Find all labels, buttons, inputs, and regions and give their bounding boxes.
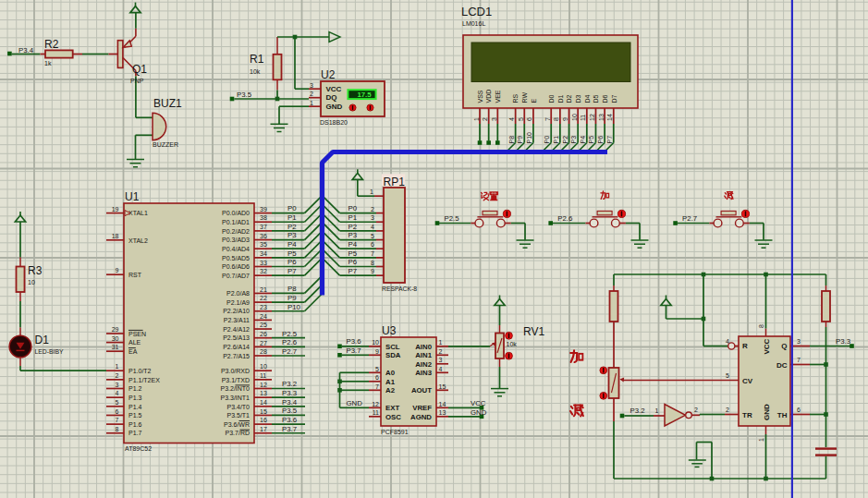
svg-text:13: 13 bbox=[260, 390, 267, 396]
svg-text:7: 7 bbox=[116, 417, 119, 423]
svg-text:U2: U2 bbox=[321, 68, 336, 81]
svg-text:P3.7: P3.7 bbox=[347, 346, 361, 355]
svg-text:P2.6: P2.6 bbox=[282, 338, 297, 346]
svg-text:P6: P6 bbox=[597, 136, 604, 144]
svg-text:RESPACK-8: RESPACK-8 bbox=[382, 285, 417, 292]
svg-text:VCC: VCC bbox=[326, 85, 342, 93]
svg-text:XTAL2: XTAL2 bbox=[128, 237, 148, 244]
svg-text:4: 4 bbox=[726, 338, 729, 345]
svg-text:33: 33 bbox=[260, 260, 267, 266]
svg-text:1: 1 bbox=[758, 438, 764, 442]
svg-text:P0.3/AD3: P0.3/AD3 bbox=[222, 237, 250, 243]
svg-text:BUZZER: BUZZER bbox=[153, 141, 178, 148]
svg-text:P2.1/A9: P2.1/A9 bbox=[226, 299, 250, 306]
svg-text:12: 12 bbox=[260, 382, 267, 388]
svg-text:P2: P2 bbox=[348, 223, 358, 231]
svg-text:Q: Q bbox=[781, 342, 787, 350]
svg-text:P3.6: P3.6 bbox=[347, 337, 361, 346]
svg-text:VDD: VDD bbox=[485, 90, 492, 103]
svg-text:P3: P3 bbox=[287, 231, 297, 239]
svg-text:P0.0/AD0: P0.0/AD0 bbox=[222, 210, 250, 216]
svg-text:VCC: VCC bbox=[763, 338, 771, 354]
svg-text:30: 30 bbox=[112, 335, 119, 342]
svg-text:ALE: ALE bbox=[128, 339, 141, 346]
svg-text:P10: P10 bbox=[287, 303, 301, 311]
svg-text:29: 29 bbox=[112, 326, 119, 333]
svg-text:AIN1: AIN1 bbox=[415, 351, 432, 359]
svg-text:10: 10 bbox=[571, 114, 578, 121]
svg-text:RW: RW bbox=[521, 92, 528, 103]
svg-text:5: 5 bbox=[116, 399, 119, 406]
svg-text:2: 2 bbox=[726, 407, 729, 413]
svg-text:P0.2/AD2: P0.2/AD2 bbox=[222, 228, 250, 235]
svg-text:P2.5: P2.5 bbox=[445, 214, 460, 223]
svg-text:23: 23 bbox=[260, 304, 267, 310]
svg-text:DS18B20: DS18B20 bbox=[320, 119, 348, 126]
svg-text:VSS: VSS bbox=[477, 90, 483, 103]
svg-text:D4: D4 bbox=[584, 94, 591, 103]
svg-text:37: 37 bbox=[260, 224, 267, 230]
svg-text:P3.5/T1: P3.5/T1 bbox=[226, 412, 250, 419]
svg-text:4: 4 bbox=[439, 366, 443, 372]
svg-text:P0.7/AD7: P0.7/AD7 bbox=[222, 273, 250, 279]
svg-text:P7: P7 bbox=[606, 136, 613, 144]
svg-text:P3.5: P3.5 bbox=[237, 91, 252, 99]
svg-text:26: 26 bbox=[260, 331, 267, 337]
svg-text:TR: TR bbox=[742, 411, 752, 419]
svg-text:14: 14 bbox=[260, 399, 267, 406]
svg-text:AIN0: AIN0 bbox=[415, 343, 432, 351]
svg-text:11: 11 bbox=[580, 115, 586, 121]
svg-text:P3.4/T0: P3.4/T0 bbox=[226, 404, 250, 410]
svg-text:34: 34 bbox=[260, 250, 267, 257]
svg-text:5: 5 bbox=[371, 233, 374, 239]
svg-text:39: 39 bbox=[260, 206, 267, 213]
svg-text:38: 38 bbox=[260, 214, 267, 221]
svg-text:13: 13 bbox=[439, 409, 446, 416]
svg-text:8: 8 bbox=[758, 324, 764, 328]
svg-text:8: 8 bbox=[371, 260, 374, 266]
svg-text:7: 7 bbox=[371, 250, 374, 257]
svg-text:RST: RST bbox=[128, 272, 142, 278]
svg-text:VREF: VREF bbox=[412, 404, 432, 412]
svg-text:Q1: Q1 bbox=[132, 63, 147, 76]
svg-text:P2.6: P2.6 bbox=[557, 214, 572, 223]
svg-text:14: 14 bbox=[606, 114, 613, 121]
svg-text:P1.6: P1.6 bbox=[128, 421, 142, 428]
svg-text:11: 11 bbox=[260, 372, 266, 379]
svg-text:LED-BIBY: LED-BIBY bbox=[35, 348, 64, 355]
svg-text:P2.6/A14: P2.6/A14 bbox=[223, 344, 250, 350]
svg-text:15: 15 bbox=[260, 408, 267, 415]
svg-text:P2.7: P2.7 bbox=[282, 347, 297, 356]
svg-text:19: 19 bbox=[112, 206, 119, 213]
svg-text:9: 9 bbox=[371, 268, 374, 274]
svg-text:P2.7: P2.7 bbox=[682, 214, 697, 223]
svg-text:10: 10 bbox=[28, 279, 35, 285]
svg-text:P1.2: P1.2 bbox=[128, 385, 142, 392]
svg-text:OSC: OSC bbox=[385, 413, 401, 421]
svg-text:1: 1 bbox=[310, 100, 313, 106]
svg-text:P3: P3 bbox=[348, 231, 358, 239]
svg-text:P9: P9 bbox=[287, 294, 297, 302]
svg-text:D3: D3 bbox=[575, 94, 581, 103]
svg-text:P2: P2 bbox=[287, 223, 297, 231]
svg-text:P3: P3 bbox=[570, 136, 577, 144]
svg-text:R: R bbox=[742, 342, 748, 350]
svg-text:2: 2 bbox=[439, 348, 443, 355]
svg-text:2: 2 bbox=[116, 372, 119, 379]
svg-text:P2: P2 bbox=[562, 136, 568, 144]
svg-text:P3.2: P3.2 bbox=[282, 380, 297, 388]
svg-text:P10: P10 bbox=[526, 132, 532, 144]
svg-text:D1: D1 bbox=[557, 94, 564, 103]
svg-text:3: 3 bbox=[371, 214, 374, 221]
svg-text:17: 17 bbox=[260, 426, 267, 432]
svg-text:5: 5 bbox=[375, 366, 379, 372]
svg-text:6: 6 bbox=[116, 408, 119, 415]
svg-text:2: 2 bbox=[371, 206, 374, 213]
svg-text:25: 25 bbox=[260, 322, 267, 328]
svg-text:8: 8 bbox=[116, 426, 119, 432]
svg-text:P2.3/A11: P2.3/A11 bbox=[224, 317, 250, 323]
svg-text:D2: D2 bbox=[566, 94, 572, 103]
svg-text:AGND: AGND bbox=[410, 413, 432, 421]
svg-text:RV1: RV1 bbox=[523, 325, 544, 338]
svg-text:1: 1 bbox=[439, 339, 443, 346]
